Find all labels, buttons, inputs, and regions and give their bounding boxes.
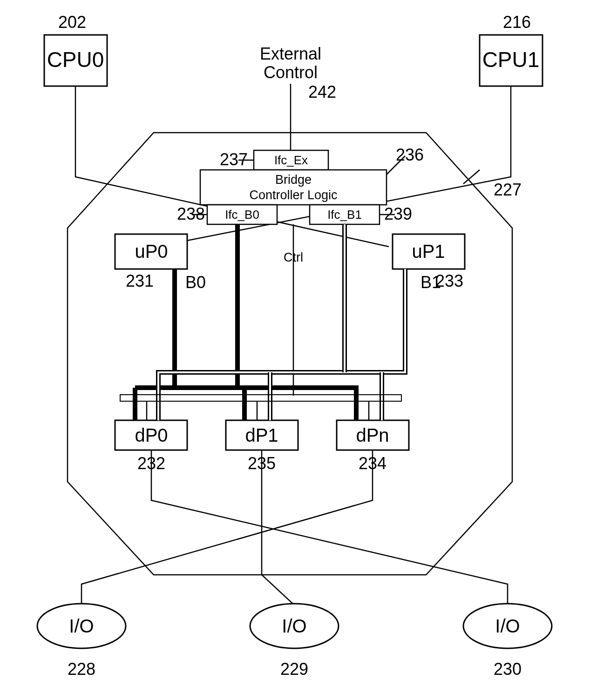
ref-bridge: 227 xyxy=(494,180,522,199)
cpu0-label: CPU0 xyxy=(47,47,104,72)
ref-io1: 229 xyxy=(280,660,308,679)
system-diagram: 227 External Control 242 202 CPU0 216 CP… xyxy=(0,0,590,700)
bus-b1-outer xyxy=(158,269,405,420)
controller-label-2: Controller Logic xyxy=(249,188,337,202)
io0-label: I/O xyxy=(69,616,94,636)
ref-external: 242 xyxy=(308,82,336,101)
dpn-label: dPn xyxy=(356,425,389,445)
dp1-label: dP1 xyxy=(245,425,278,445)
ref-ifc-b1: 239 xyxy=(384,204,412,223)
ref-ifc-ex: 237 xyxy=(220,150,248,169)
ifc-b0-label: Ifc_B0 xyxy=(225,208,259,222)
ref-cpu0: 202 xyxy=(58,13,86,32)
bus-b0-label: B0 xyxy=(185,273,206,292)
up0-label: uP0 xyxy=(135,241,168,262)
ifc-b1-label: Ifc_B1 xyxy=(327,208,362,222)
dp0-to-io2-wire xyxy=(151,450,508,609)
external-control-label-2: Control xyxy=(264,63,318,82)
bus-b0-main xyxy=(175,269,356,420)
ctrl-label: Ctrl xyxy=(284,250,303,264)
ctrl-bus-box xyxy=(120,395,401,401)
ref-up0: 231 xyxy=(126,271,154,290)
bus-b1-label: B1 xyxy=(420,273,441,292)
dp1-to-io1-wire xyxy=(262,450,294,609)
ref-io0: 228 xyxy=(68,660,95,679)
up1-label: uP1 xyxy=(412,241,445,262)
ref-io2: 230 xyxy=(494,660,522,679)
ref-ifc-b0: 238 xyxy=(177,204,205,223)
io1-label: I/O xyxy=(282,616,306,636)
ref-cpu1: 216 xyxy=(503,13,531,32)
dp0-label: dP0 xyxy=(135,425,168,445)
dpn-to-io0-wire xyxy=(81,450,373,609)
ref-controller: 236 xyxy=(396,145,424,164)
cpu1-label: CPU1 xyxy=(482,47,540,72)
external-control-label-1: External xyxy=(260,44,321,63)
io2-label: I/O xyxy=(495,616,520,636)
controller-label-1: Bridge xyxy=(275,173,312,187)
ifc-ex-label: Ifc_Ex xyxy=(274,153,308,167)
